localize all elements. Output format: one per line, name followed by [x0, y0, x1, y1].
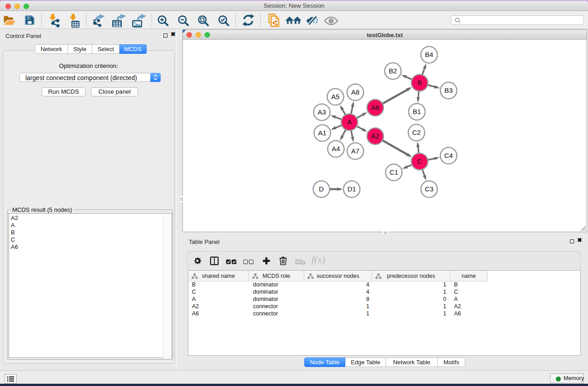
svg-text:C3: C3 [425, 185, 433, 193]
svg-text:A7: A7 [351, 147, 359, 155]
svg-text:B: B [417, 79, 422, 86]
svg-text:A8: A8 [351, 88, 359, 96]
svg-text:A2: A2 [371, 132, 379, 140]
svg-text:D1: D1 [347, 185, 356, 193]
svg-text:A3: A3 [318, 108, 326, 116]
svg-text:A4: A4 [332, 145, 340, 152]
svg-text:B1: B1 [413, 108, 421, 115]
svg-text:C4: C4 [444, 152, 453, 159]
svg-text:C: C [417, 157, 422, 165]
svg-text:A1: A1 [318, 129, 326, 137]
svg-text:B2: B2 [389, 67, 397, 75]
svg-text:A: A [347, 118, 352, 126]
svg-text:A5: A5 [331, 93, 339, 100]
svg-text:D: D [319, 185, 324, 193]
svg-text:C2: C2 [412, 129, 421, 136]
svg-text:B3: B3 [445, 86, 453, 94]
svg-text:C1: C1 [389, 168, 398, 176]
svg-text:B4: B4 [425, 51, 433, 58]
svg-text:A6: A6 [371, 104, 379, 111]
